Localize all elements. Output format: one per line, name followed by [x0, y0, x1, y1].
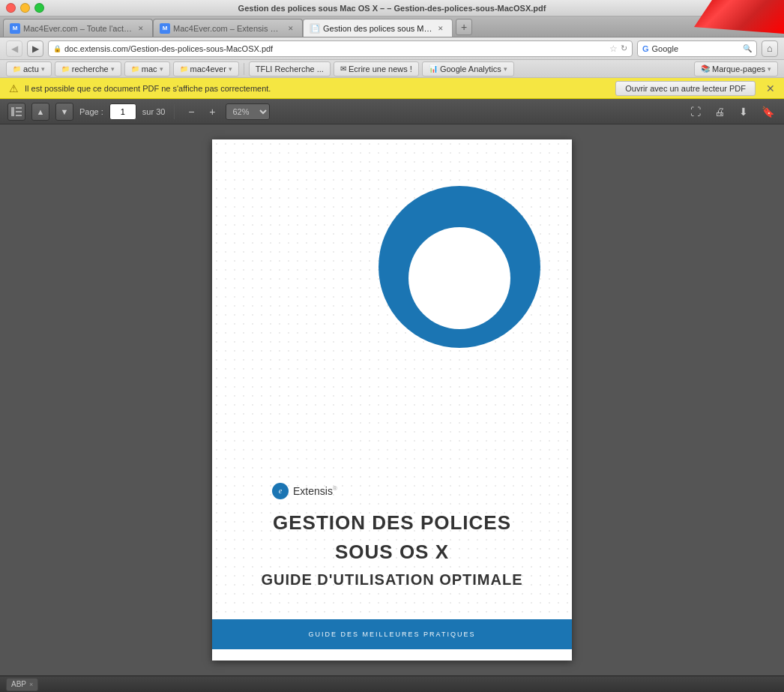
pdf-print-button[interactable]: 🖨 [711, 103, 729, 121]
bookmark-recherche[interactable]: 📁 recherche ▾ [55, 61, 121, 76]
bookmark-label-actu: actu [23, 64, 39, 73]
title-bar: Gestion des polices sous Mac OS X – – Ge… [0, 0, 784, 16]
close-button[interactable] [6, 3, 16, 13]
bookmark-actu[interactable]: 📁 actu ▾ [6, 61, 52, 76]
pdf-separator-1 [174, 104, 175, 119]
svg-rect-0 [11, 107, 14, 116]
reload-icon[interactable]: ↻ [621, 43, 627, 53]
svg-rect-3 [16, 115, 22, 116]
bookmark-mac4ever[interactable]: 📁 mac4ever ▾ [173, 61, 239, 76]
chevron-down-icon-6: ▾ [768, 65, 771, 73]
folder-icon-4: 📁 [180, 65, 188, 73]
bookmark-tfli[interactable]: TFLI Recherche ... [249, 61, 331, 76]
chevron-down-icon-2: ▾ [111, 65, 115, 73]
svg-text:e: e [428, 228, 468, 328]
tab-favicon-2: M [160, 23, 170, 34]
bookmark-label-mac: mac [142, 64, 157, 73]
browser-tab-3[interactable]: 📄 Gestion des polices sous Mac O... ✕ [303, 19, 453, 37]
bookmark-ecrire[interactable]: ✉ Ecrire une news ! [334, 61, 419, 76]
address-text: doc.extensis.com/Gestion-des-polices-sou… [64, 44, 606, 53]
svg-rect-1 [16, 107, 22, 109]
warning-text: Il est possible que ce document PDF ne s… [25, 84, 609, 93]
adblock-addon[interactable]: ABP × [6, 678, 38, 691]
bookmark-mac[interactable]: 📁 mac ▾ [124, 61, 170, 76]
browser-tab-1[interactable]: M Mac4Ever.com – Toute l'actualit... ✕ [3, 19, 153, 37]
tab-favicon-1: M [10, 23, 20, 34]
chevron-down-icon-5: ▾ [504, 65, 507, 73]
lock-icon: 🔒 [53, 45, 61, 52]
pdf-bottom-content: e Extensis® GESTION DES POLICES SOUS OS … [212, 483, 572, 589]
new-tab-button[interactable]: + [456, 19, 472, 35]
tab-close-3[interactable]: ✕ [435, 23, 446, 34]
extensis-logo: e [377, 184, 542, 349]
bookmark-label-ecrire: Ecrire une news ! [349, 64, 412, 73]
folder-icon-3: 📁 [131, 65, 139, 73]
google-search-bar[interactable]: G Google 🔍 [637, 40, 757, 57]
pdf-page-input[interactable] [109, 103, 136, 120]
pdf-download-button[interactable]: ⬇ [735, 103, 753, 121]
open-reader-button[interactable]: Ouvrir avec un autre lecteur PDF [615, 81, 756, 96]
bookmark-separator-1 [244, 63, 244, 75]
addon-label: ABP [11, 680, 26, 688]
forward-button[interactable]: ▶ [27, 40, 43, 57]
svg-rect-2 [16, 111, 22, 112]
extensis-brand-icon: e [272, 483, 289, 499]
maximize-button[interactable] [34, 3, 44, 13]
pdf-title-line3: GUIDE D'UTILISATION OPTIMALE [242, 570, 542, 589]
warning-close-icon[interactable]: ✕ [766, 82, 775, 94]
warning-bar: ⚠ Il est possible que ce document PDF ne… [0, 78, 784, 99]
window-title: Gestion des polices sous Mac OS X – – Ge… [238, 4, 546, 13]
bookmark-label-recherche: recherche [72, 64, 109, 73]
pdf-page-label: Page : [79, 107, 103, 116]
extensis-brand-name: Extensis® [293, 485, 337, 497]
pdf-fullscreen-button[interactable]: ⛶ [687, 103, 705, 121]
pdf-sidebar-toggle[interactable] [7, 103, 25, 121]
search-input[interactable]: Google [652, 44, 740, 53]
warning-icon: ⚠ [9, 82, 19, 94]
nav-bar: ◀ ▶ 🔒 doc.extensis.com/Gestion-des-polic… [0, 37, 784, 60]
pdf-prev-page[interactable]: ▲ [31, 103, 49, 121]
tab-favicon-3: 📄 [310, 23, 320, 34]
bookmark-marque-pages[interactable]: 📚 Marque-pages ▾ [694, 61, 778, 76]
bookmark-label-mac4ever: mac4ever [190, 64, 226, 73]
address-bar[interactable]: 🔒 doc.extensis.com/Gestion-des-polices-s… [48, 40, 633, 57]
chevron-down-icon-4: ▾ [229, 65, 232, 73]
folder-icon-2: 📁 [61, 65, 70, 73]
bookmarks-bar: 📁 actu ▾ 📁 recherche ▾ 📁 mac ▾ 📁 mac4eve… [0, 60, 784, 78]
extensis-brand-line: e Extensis® [242, 483, 542, 499]
folder-icon: 📁 [13, 65, 21, 73]
pdf-zoom-select[interactable]: 62% 75% 100% 125% 150% [226, 103, 270, 120]
tab-close-2[interactable]: ✕ [286, 23, 296, 34]
traffic-lights [6, 3, 44, 13]
chevron-down-icon-3: ▾ [160, 65, 163, 73]
pdf-footer-text: GUIDE DES MEILLEURES PRATIQUES [309, 631, 476, 638]
pdf-page-footer: GUIDE DES MEILLEURES PRATIQUES [212, 619, 572, 649]
pdf-title-line1: GESTION DES POLICES [242, 511, 542, 535]
home-button[interactable]: ⌂ [762, 40, 778, 57]
tab-close-1[interactable]: ✕ [136, 23, 146, 34]
pdf-total-pages: sur 30 [142, 107, 166, 116]
tab-label-3: Gestion des polices sous Mac O... [323, 24, 432, 33]
pdf-zoom-in[interactable]: + [205, 104, 220, 119]
bookmark-label-analytics: Google Analytics [440, 64, 501, 73]
tab-bar: M Mac4Ever.com – Toute l'actualit... ✕ M… [0, 16, 784, 37]
minimize-button[interactable] [20, 3, 30, 13]
pdf-page-main: e e Extensis® GESTION DES POLICES SOUS O… [212, 139, 572, 619]
bookmark-label-marque-pages: Marque-pages [712, 64, 765, 73]
search-submit-icon[interactable]: 🔍 [743, 44, 752, 52]
bookmark-star-icon[interactable]: ☆ [609, 43, 618, 54]
pdf-bookmark-button[interactable]: 🔖 [759, 103, 777, 121]
chevron-down-icon: ▾ [41, 65, 45, 73]
pdf-next-page[interactable]: ▼ [55, 103, 73, 121]
bookmark-analytics[interactable]: 📊 Google Analytics ▾ [422, 61, 514, 76]
back-button[interactable]: ◀ [6, 40, 22, 57]
status-bar: ABP × [0, 676, 784, 692]
pdf-title-line2: SOUS OS X [242, 541, 542, 564]
pdf-zoom-out[interactable]: − [184, 104, 199, 119]
pdf-toolbar: ▲ ▼ Page : sur 30 − + 62% 75% 100% 125% … [0, 99, 784, 124]
browser-tab-2[interactable]: M Mac4Ever.com – Extensis publie... ✕ [153, 19, 303, 37]
bookmark-label-tfli: TFLI Recherche ... [256, 64, 324, 73]
tab-label-2: Mac4Ever.com – Extensis publie... [173, 24, 283, 33]
addon-close-icon[interactable]: × [29, 681, 33, 688]
pdf-viewer[interactable]: e e Extensis® GESTION DES POLICES SOUS O… [0, 124, 784, 676]
